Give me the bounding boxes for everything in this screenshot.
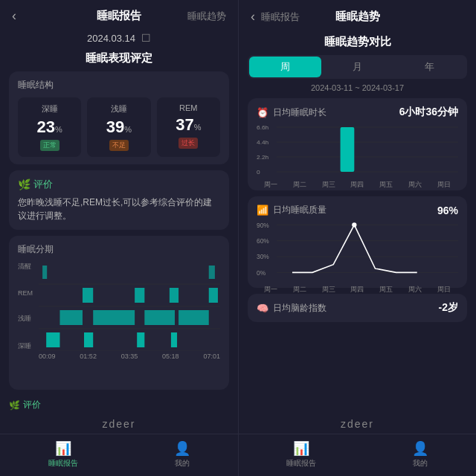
svg-rect-8 xyxy=(60,310,83,325)
svg-point-35 xyxy=(352,222,356,227)
brain-icon: 🧠 xyxy=(257,303,268,314)
x-bar-mon: 周一 xyxy=(264,180,277,190)
evaluation-card: 🌿 评价 您昨晚浅睡不足,REM过长,可以参考综合评价的建议进行调整。 xyxy=(9,170,229,230)
avg-sleep-x-axis: 周一 周二 周三 周四 周五 周六 周日 xyxy=(257,180,458,190)
rem-unit: % xyxy=(194,123,202,132)
right-section-title: 睡眠趋势对比 xyxy=(239,30,476,55)
stages-svg xyxy=(39,262,220,351)
x-bar-sat: 周六 xyxy=(408,180,422,190)
svg-rect-7 xyxy=(171,332,177,347)
svg-text:0%: 0% xyxy=(257,268,266,276)
avg-quality-card: 📶 日均睡眠质量 96% 90% 60% 30% 0% 周一 周二 xyxy=(248,196,467,288)
nav-sleep-report[interactable]: 📊 睡眠报告 xyxy=(48,440,78,469)
svg-rect-13 xyxy=(135,288,144,303)
svg-rect-4 xyxy=(46,332,60,347)
right-back-button[interactable]: ‹ xyxy=(251,9,255,25)
svg-rect-6 xyxy=(137,332,144,347)
stages-chart-area xyxy=(39,262,220,351)
right-header: ‹ 睡眠报告 睡眠趋势 xyxy=(239,0,476,30)
svg-rect-9 xyxy=(93,310,135,325)
right-header-title: 睡眠趋势 xyxy=(335,10,380,24)
brain-index-card: 🧠 日均脑龄指数 -2岁 xyxy=(248,294,467,322)
tab-week[interactable]: 周 xyxy=(249,57,321,77)
x-bar-fri: 周五 xyxy=(379,180,393,190)
rem-label: REM xyxy=(163,103,214,112)
avg-sleep-card: ⏰ 日均睡眠时长 6小时36分钟 6.6h 4.4h 2.2h 0 周一 xyxy=(248,98,467,190)
svg-rect-5 xyxy=(84,332,93,347)
eval-text: 您昨晚浅睡不足,REM过长,可以参考综合评价的建议进行调整。 xyxy=(18,196,220,222)
avg-quality-line-chart: 90% 60% 30% 0% 周一 周二 周三 周四 周五 周六 周 xyxy=(257,221,458,280)
q-x-sun: 周日 xyxy=(437,285,451,295)
stages-chart: 清醒 REM 浅睡 深睡 xyxy=(18,262,220,366)
profile-label-right: 我的 xyxy=(413,458,428,469)
x-bar-wed: 周三 xyxy=(322,180,335,190)
svg-text:90%: 90% xyxy=(257,221,269,228)
stat-light-sleep: 浅睡 39% 不足 xyxy=(87,97,150,157)
profile-label-left: 我的 xyxy=(175,458,190,469)
stat-deep-sleep: 深睡 23% 正常 xyxy=(18,97,81,157)
avg-sleep-header: ⏰ 日均睡眠时长 6小时36分钟 xyxy=(257,106,458,119)
calendar-icon[interactable]: ☐ xyxy=(141,32,151,44)
x-bar-tue: 周二 xyxy=(293,180,306,190)
sleep-structure-card: 睡眠结构 深睡 23% 正常 浅睡 39% 不足 REM 37% 过长 xyxy=(9,71,229,164)
deep-sleep-unit: % xyxy=(55,125,62,134)
nav-profile-left[interactable]: 👤 我的 xyxy=(174,440,190,469)
y-label-rem: REM xyxy=(18,289,33,297)
deep-sleep-label: 深睡 xyxy=(24,103,75,115)
left-header-title: 睡眠报告 xyxy=(97,9,141,23)
right-panel: ‹ 睡眠报告 睡眠趋势 睡眠趋势对比 周 月 年 2024-03-11 ~ 20… xyxy=(238,0,476,476)
tab-year[interactable]: 年 xyxy=(393,57,466,77)
q-x-mon: 周一 xyxy=(264,285,277,295)
svg-text:4.4h: 4.4h xyxy=(257,139,268,146)
svg-rect-14 xyxy=(170,288,178,303)
date-range: 2024-03-11 ~ 2024-03-17 xyxy=(239,83,476,92)
x-label-1: 01:52 xyxy=(80,353,97,360)
avg-sleep-bar-chart: 6.6h 4.4h 2.2h 0 周一 周二 周三 周四 周五 周六 周日 xyxy=(257,123,458,183)
q-x-wed: 周三 xyxy=(322,285,335,295)
sleep-report-label: 睡眠报告 xyxy=(48,458,78,469)
light-sleep-unit: % xyxy=(124,125,132,134)
left-header-tab[interactable]: 睡眠趋势 xyxy=(187,10,226,23)
right-tab-sleep-report[interactable]: 睡眠报告 xyxy=(261,10,300,24)
eval-title: 🌿 评价 xyxy=(18,178,220,191)
sleep-stats: 深睡 23% 正常 浅睡 39% 不足 REM 37% 过长 xyxy=(18,97,220,157)
date-text: 2024.03.14 xyxy=(87,33,135,44)
svg-rect-26 xyxy=(341,127,355,172)
stat-rem: REM 37% 过长 xyxy=(157,97,220,157)
svg-text:30%: 30% xyxy=(257,253,269,260)
brand-text-right: zdeer xyxy=(341,418,374,430)
sleep-structure-label: 睡眠结构 xyxy=(18,79,220,91)
avg-sleep-value: 6小时36分钟 xyxy=(399,106,458,119)
avg-quality-value: 96% xyxy=(437,205,458,216)
section-title: 睡眠表现评定 xyxy=(0,47,238,71)
x-bar-thu: 周四 xyxy=(350,180,364,190)
bottom-nav-right: 📊 睡眠报告 👤 我的 xyxy=(239,434,476,476)
svg-text:6.6h: 6.6h xyxy=(257,124,268,131)
line-chart-svg: 90% 60% 30% 0% xyxy=(257,221,458,280)
q-x-fri: 周五 xyxy=(379,285,393,295)
svg-rect-11 xyxy=(178,310,209,325)
svg-text:0: 0 xyxy=(257,169,260,176)
light-sleep-value: 39 xyxy=(106,118,124,136)
x-label-4: 07:01 xyxy=(203,353,220,360)
avg-quality-label: 日均睡眠质量 xyxy=(273,204,327,216)
tab-month[interactable]: 月 xyxy=(321,57,393,77)
x-label-0: 00:09 xyxy=(39,353,56,360)
y-label-awake: 清醒 xyxy=(18,262,33,271)
nav-sleep-report-right[interactable]: 📊 睡眠报告 xyxy=(286,440,316,469)
bottom-nav-left: 📊 睡眠报告 👤 我的 xyxy=(0,434,238,476)
nav-profile-right[interactable]: 👤 我的 xyxy=(412,440,428,469)
trend-tabs: 周 月 年 xyxy=(248,55,467,79)
brand-left: zdeer xyxy=(0,414,238,434)
quality-x-axis: 周一 周二 周三 周四 周五 周六 周日 xyxy=(257,285,458,295)
svg-rect-15 xyxy=(209,288,218,303)
light-sleep-label: 浅睡 xyxy=(93,103,144,115)
avg-quality-header: 📶 日均睡眠质量 96% xyxy=(257,204,458,216)
brand-text-left: zdeer xyxy=(102,418,135,430)
eval-bottom-label: 评价 xyxy=(23,399,41,411)
quality-icon: 📶 xyxy=(257,205,268,216)
left-header: ‹ 睡眠报告 睡眠趋势 xyxy=(0,0,238,29)
svg-rect-17 xyxy=(209,266,215,279)
left-back-button[interactable]: ‹ xyxy=(12,8,16,24)
sleep-label-right: 睡眠报告 xyxy=(286,458,316,469)
